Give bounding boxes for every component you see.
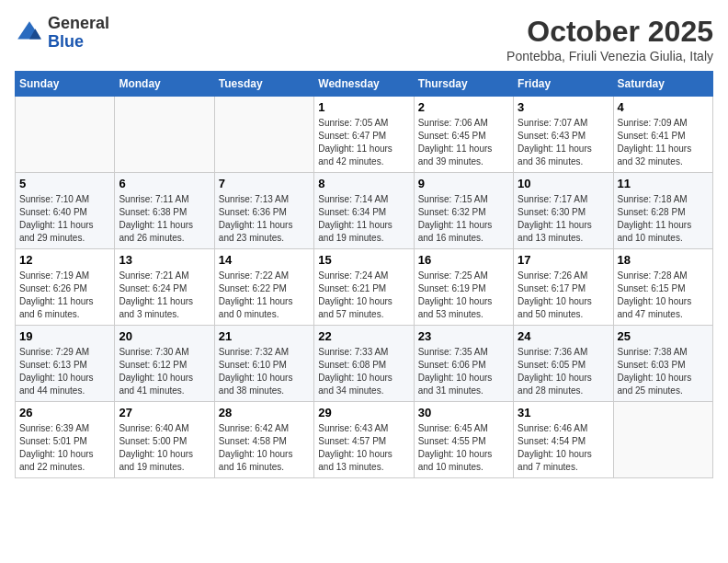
logo: General Blue — [15, 15, 109, 52]
calendar-cell: 24Sunrise: 7:36 AM Sunset: 6:05 PM Dayli… — [514, 326, 613, 402]
day-info: Sunrise: 7:18 AM Sunset: 6:28 PM Dayligh… — [618, 193, 709, 245]
calendar-cell: 1Sunrise: 7:05 AM Sunset: 6:47 PM Daylig… — [314, 97, 414, 173]
day-info: Sunrise: 7:26 AM Sunset: 6:17 PM Dayligh… — [518, 270, 609, 321]
calendar-cell: 2Sunrise: 7:06 AM Sunset: 6:45 PM Daylig… — [414, 97, 513, 173]
day-number: 6 — [119, 177, 210, 190]
day-info: Sunrise: 7:10 AM Sunset: 6:40 PM Dayligh… — [19, 193, 110, 245]
day-info: Sunrise: 6:40 AM Sunset: 5:00 PM Dayligh… — [119, 422, 210, 474]
calendar-cell: 9Sunrise: 7:15 AM Sunset: 6:32 PM Daylig… — [414, 173, 513, 249]
location: Pontebba, Friuli Venezia Giulia, Italy — [506, 49, 713, 63]
weekday-header-saturday: Saturday — [613, 72, 712, 97]
day-number: 21 — [219, 329, 310, 343]
day-number: 23 — [418, 329, 509, 343]
day-number: 17 — [518, 253, 609, 267]
day-number: 8 — [318, 177, 409, 190]
day-number: 20 — [119, 329, 210, 343]
calendar-cell: 5Sunrise: 7:10 AM Sunset: 6:40 PM Daylig… — [16, 173, 115, 249]
calendar-cell: 30Sunrise: 6:45 AM Sunset: 4:55 PM Dayli… — [414, 402, 513, 478]
month-title: October 2025 — [506, 15, 713, 49]
calendar-week-row: 12Sunrise: 7:19 AM Sunset: 6:26 PM Dayli… — [16, 249, 713, 326]
calendar-cell: 10Sunrise: 7:17 AM Sunset: 6:30 PM Dayli… — [514, 173, 613, 249]
logo-general: General — [48, 15, 109, 33]
day-number: 16 — [418, 253, 509, 267]
day-number: 2 — [418, 100, 509, 114]
logo-text: General Blue — [48, 15, 109, 52]
calendar-week-row: 1Sunrise: 7:05 AM Sunset: 6:47 PM Daylig… — [16, 97, 713, 173]
calendar-cell — [214, 97, 313, 173]
calendar-cell: 29Sunrise: 6:43 AM Sunset: 4:57 PM Dayli… — [314, 402, 414, 478]
title-block: October 2025 Pontebba, Friuli Venezia Gi… — [506, 15, 713, 63]
calendar-cell: 25Sunrise: 7:38 AM Sunset: 6:03 PM Dayli… — [613, 326, 712, 402]
day-info: Sunrise: 7:35 AM Sunset: 6:06 PM Dayligh… — [418, 346, 509, 397]
calendar-cell: 26Sunrise: 6:39 AM Sunset: 5:01 PM Dayli… — [16, 402, 115, 478]
day-number: 30 — [418, 406, 509, 419]
day-info: Sunrise: 7:13 AM Sunset: 6:36 PM Dayligh… — [219, 193, 310, 245]
calendar-table: SundayMondayTuesdayWednesdayThursdayFrid… — [15, 71, 713, 478]
day-number: 19 — [19, 329, 110, 343]
day-number: 22 — [318, 329, 409, 343]
calendar-cell — [115, 97, 214, 173]
calendar-cell: 18Sunrise: 7:28 AM Sunset: 6:15 PM Dayli… — [613, 249, 712, 326]
day-info: Sunrise: 7:24 AM Sunset: 6:21 PM Dayligh… — [318, 270, 409, 321]
day-number: 31 — [518, 406, 609, 419]
day-info: Sunrise: 7:33 AM Sunset: 6:08 PM Dayligh… — [318, 346, 409, 397]
calendar-cell: 4Sunrise: 7:09 AM Sunset: 6:41 PM Daylig… — [613, 97, 712, 173]
day-info: Sunrise: 7:25 AM Sunset: 6:19 PM Dayligh… — [418, 270, 509, 321]
day-number: 5 — [19, 177, 110, 190]
weekday-header-monday: Monday — [115, 72, 214, 97]
logo-icon — [15, 18, 44, 48]
calendar-week-row: 19Sunrise: 7:29 AM Sunset: 6:13 PM Dayli… — [16, 326, 713, 402]
calendar-cell: 28Sunrise: 6:42 AM Sunset: 4:58 PM Dayli… — [214, 402, 313, 478]
day-number: 24 — [518, 329, 609, 343]
day-info: Sunrise: 7:06 AM Sunset: 6:45 PM Dayligh… — [418, 117, 509, 168]
day-number: 11 — [618, 177, 709, 190]
calendar-cell: 27Sunrise: 6:40 AM Sunset: 5:00 PM Dayli… — [115, 402, 214, 478]
day-info: Sunrise: 7:09 AM Sunset: 6:41 PM Dayligh… — [618, 117, 709, 168]
calendar-cell: 13Sunrise: 7:21 AM Sunset: 6:24 PM Dayli… — [115, 249, 214, 326]
day-number: 14 — [219, 253, 310, 267]
day-number: 4 — [618, 100, 709, 114]
calendar-week-row: 26Sunrise: 6:39 AM Sunset: 5:01 PM Dayli… — [16, 402, 713, 478]
weekday-header-thursday: Thursday — [414, 72, 513, 97]
calendar-cell: 21Sunrise: 7:32 AM Sunset: 6:10 PM Dayli… — [214, 326, 313, 402]
day-info: Sunrise: 7:22 AM Sunset: 6:22 PM Dayligh… — [219, 270, 310, 321]
weekday-header-sunday: Sunday — [16, 72, 115, 97]
calendar-cell: 19Sunrise: 7:29 AM Sunset: 6:13 PM Dayli… — [16, 326, 115, 402]
day-info: Sunrise: 7:36 AM Sunset: 6:05 PM Dayligh… — [518, 346, 609, 397]
day-info: Sunrise: 6:46 AM Sunset: 4:54 PM Dayligh… — [518, 422, 609, 474]
calendar-cell: 7Sunrise: 7:13 AM Sunset: 6:36 PM Daylig… — [214, 173, 313, 249]
day-info: Sunrise: 7:11 AM Sunset: 6:38 PM Dayligh… — [119, 193, 210, 245]
calendar-cell: 6Sunrise: 7:11 AM Sunset: 6:38 PM Daylig… — [115, 173, 214, 249]
day-number: 13 — [119, 253, 210, 267]
page-header: General Blue October 2025 Pontebba, Friu… — [15, 15, 713, 63]
weekday-header-friday: Friday — [514, 72, 613, 97]
day-number: 12 — [19, 253, 110, 267]
calendar-cell: 15Sunrise: 7:24 AM Sunset: 6:21 PM Dayli… — [314, 249, 414, 326]
calendar-cell: 3Sunrise: 7:07 AM Sunset: 6:43 PM Daylig… — [514, 97, 613, 173]
day-info: Sunrise: 7:38 AM Sunset: 6:03 PM Dayligh… — [618, 346, 709, 397]
day-number: 15 — [318, 253, 409, 267]
calendar-cell: 11Sunrise: 7:18 AM Sunset: 6:28 PM Dayli… — [613, 173, 712, 249]
calendar-cell: 8Sunrise: 7:14 AM Sunset: 6:34 PM Daylig… — [314, 173, 414, 249]
weekday-header-tuesday: Tuesday — [214, 72, 313, 97]
day-info: Sunrise: 7:21 AM Sunset: 6:24 PM Dayligh… — [119, 270, 210, 321]
calendar-cell — [613, 402, 712, 478]
calendar-week-row: 5Sunrise: 7:10 AM Sunset: 6:40 PM Daylig… — [16, 173, 713, 249]
day-info: Sunrise: 6:39 AM Sunset: 5:01 PM Dayligh… — [19, 422, 110, 474]
day-number: 18 — [618, 253, 709, 267]
weekday-header-row: SundayMondayTuesdayWednesdayThursdayFrid… — [16, 72, 713, 97]
calendar-cell: 23Sunrise: 7:35 AM Sunset: 6:06 PM Dayli… — [414, 326, 513, 402]
calendar-cell: 14Sunrise: 7:22 AM Sunset: 6:22 PM Dayli… — [214, 249, 313, 326]
day-info: Sunrise: 7:28 AM Sunset: 6:15 PM Dayligh… — [618, 270, 709, 321]
day-info: Sunrise: 7:32 AM Sunset: 6:10 PM Dayligh… — [219, 346, 310, 397]
calendar-cell: 31Sunrise: 6:46 AM Sunset: 4:54 PM Dayli… — [514, 402, 613, 478]
calendar-cell: 20Sunrise: 7:30 AM Sunset: 6:12 PM Dayli… — [115, 326, 214, 402]
day-info: Sunrise: 7:14 AM Sunset: 6:34 PM Dayligh… — [318, 193, 409, 245]
day-number: 3 — [518, 100, 609, 114]
day-info: Sunrise: 7:15 AM Sunset: 6:32 PM Dayligh… — [418, 193, 509, 245]
day-number: 10 — [518, 177, 609, 190]
day-number: 25 — [618, 329, 709, 343]
logo-blue: Blue — [48, 33, 109, 52]
day-info: Sunrise: 6:42 AM Sunset: 4:58 PM Dayligh… — [219, 422, 310, 474]
day-info: Sunrise: 7:07 AM Sunset: 6:43 PM Dayligh… — [518, 117, 609, 168]
